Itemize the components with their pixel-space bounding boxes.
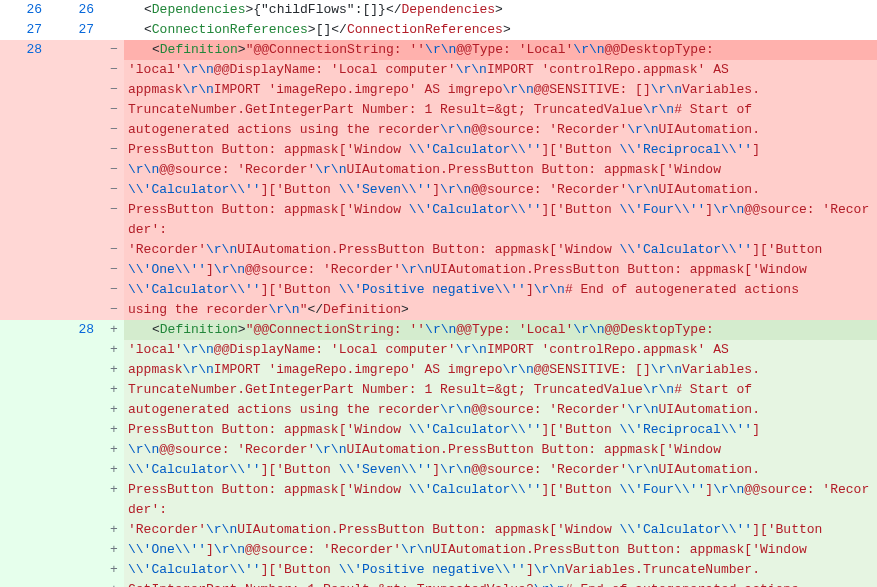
diff-line[interactable]: 26 26 <Dependencies>{"childFlows":[]}</D… — [0, 0, 877, 20]
diff-marker-plus: + — [104, 400, 124, 420]
code-content[interactable]: \r\n@@source: 'Recorder'\r\nUIAutomation… — [124, 440, 877, 460]
diff-line[interactable]: 27 27 <ConnectionReferences>[]</Connecti… — [0, 20, 877, 40]
diff-marker-minus: − — [104, 40, 124, 60]
diff-marker-plus: + — [104, 420, 124, 440]
code-content[interactable]: autogenerated actions using the recorder… — [124, 120, 877, 140]
diff-line-removed[interactable]: − TruncateNumber.GetIntegerPart Number: … — [0, 100, 877, 120]
diff-line-added[interactable]: + PressButton Button: appmask['Window \\… — [0, 420, 877, 440]
diff-line-removed[interactable]: − PressButton Button: appmask['Window \\… — [0, 140, 877, 160]
diff-line-removed[interactable]: − appmask\r\nIMPORT 'imageRepo.imgrepo' … — [0, 80, 877, 100]
diff-marker-plus: + — [104, 340, 124, 360]
diff-marker-plus: + — [104, 560, 124, 580]
diff-marker-minus: − — [104, 80, 124, 100]
code-content[interactable]: PressButton Button: appmask['Window \\'C… — [124, 420, 877, 440]
diff-marker-minus: − — [104, 280, 124, 300]
diff-marker-minus: − — [104, 160, 124, 180]
diff-line-added[interactable]: + appmask\r\nIMPORT 'imageRepo.imgrepo' … — [0, 360, 877, 380]
code-content[interactable]: \\'One\\'']\r\n@@source: 'Recorder'\r\nU… — [124, 260, 877, 280]
diff-marker-plus: + — [104, 540, 124, 560]
diff-line-removed[interactable]: − 'Recorder'\r\nUIAutomation.PressButton… — [0, 240, 877, 260]
diff-line-removed[interactable]: − \\'Calculator\\'']['Button \\'Positive… — [0, 280, 877, 300]
code-content[interactable]: <Dependencies>{"childFlows":[]}</Depende… — [124, 0, 877, 20]
code-content[interactable]: \\'Calculator\\'']['Button \\'Seven\\'']… — [124, 180, 877, 200]
diff-marker-plus: + — [104, 380, 124, 400]
code-content[interactable]: <ConnectionReferences>[]</ConnectionRefe… — [124, 20, 877, 40]
diff-line-added[interactable]: + 'Recorder'\r\nUIAutomation.PressButton… — [0, 520, 877, 540]
diff-marker-plus: + — [104, 360, 124, 380]
code-content[interactable]: 'local'\r\n@@DisplayName: 'Local compute… — [124, 60, 877, 80]
diff-line-removed[interactable]: − 'local'\r\n@@DisplayName: 'Local compu… — [0, 60, 877, 80]
code-content[interactable]: TruncateNumber.GetIntegerPart Number: 1 … — [124, 380, 877, 400]
diff-line-added[interactable]: + 'local'\r\n@@DisplayName: 'Local compu… — [0, 340, 877, 360]
diff-marker-minus: − — [104, 300, 124, 320]
line-number-old — [0, 320, 52, 340]
code-content[interactable]: 'Recorder'\r\nUIAutomation.PressButton B… — [124, 240, 877, 260]
diff-marker-plus: + — [104, 460, 124, 480]
diff-marker-plus: + — [104, 440, 124, 460]
code-content[interactable]: <Definition>"@@ConnectionString: ''\r\n@… — [124, 40, 877, 60]
code-content[interactable]: TruncateNumber.GetIntegerPart Number: 1 … — [124, 100, 877, 120]
code-content[interactable]: appmask\r\nIMPORT 'imageRepo.imgrepo' AS… — [124, 360, 877, 380]
diff-marker-minus: − — [104, 140, 124, 160]
code-content[interactable]: using the recorder\r\n"</Definition> — [124, 300, 877, 320]
diff-line-added[interactable]: 28 + <Definition>"@@ConnectionString: ''… — [0, 320, 877, 340]
code-content[interactable]: 'local'\r\n@@DisplayName: 'Local compute… — [124, 340, 877, 360]
diff-line-removed[interactable]: − \r\n@@source: 'Recorder'\r\nUIAutomati… — [0, 160, 877, 180]
diff-marker-minus: − — [104, 200, 124, 240]
line-number-new — [52, 40, 104, 60]
diff-marker-plus: + — [104, 580, 124, 587]
diff-marker-plus: + — [104, 480, 124, 520]
code-content[interactable]: PressButton Button: appmask['Window \\'C… — [124, 480, 877, 520]
code-content[interactable]: PressButton Button: appmask['Window \\'C… — [124, 140, 877, 160]
diff-marker-minus: − — [104, 60, 124, 80]
code-content[interactable]: \r\n@@source: 'Recorder'\r\nUIAutomation… — [124, 160, 877, 180]
line-number-new: 27 — [52, 20, 104, 40]
code-content[interactable]: autogenerated actions using the recorder… — [124, 400, 877, 420]
diff-line-added[interactable]: + \\'One\\'']\r\n@@source: 'Recorder'\r\… — [0, 540, 877, 560]
diff-line-added[interactable]: + PressButton Button: appmask['Window \\… — [0, 480, 877, 520]
line-number-old: 26 — [0, 0, 52, 20]
code-content[interactable]: <Definition>"@@ConnectionString: ''\r\n@… — [124, 320, 877, 340]
code-content[interactable]: \\'Calculator\\'']['Button \\'Positive n… — [124, 560, 877, 580]
diff-marker-minus: − — [104, 120, 124, 140]
diff-line-removed[interactable]: − \\'Calculator\\'']['Button \\'Seven\\'… — [0, 180, 877, 200]
diff-marker-minus: − — [104, 240, 124, 260]
diff-marker-minus: − — [104, 100, 124, 120]
diff-line-added[interactable]: + autogenerated actions using the record… — [0, 400, 877, 420]
line-number-old: 28 — [0, 40, 52, 60]
diff-marker — [104, 0, 124, 20]
diff-line-removed[interactable]: 28 − <Definition>"@@ConnectionString: ''… — [0, 40, 877, 60]
code-content[interactable]: 'Recorder'\r\nUIAutomation.PressButton B… — [124, 520, 877, 540]
diff-marker-minus: − — [104, 260, 124, 280]
code-content[interactable]: appmask\r\nIMPORT 'imageRepo.imgrepo' AS… — [124, 80, 877, 100]
diff-line-added[interactable]: + \\'Calculator\\'']['Button \\'Seven\\'… — [0, 460, 877, 480]
diff-view: 26 26 <Dependencies>{"childFlows":[]}</D… — [0, 0, 877, 587]
diff-marker-plus: + — [104, 320, 124, 340]
code-content[interactable]: GetIntegerPart Number: 1 Result=&gt; Tru… — [124, 580, 877, 587]
diff-line-removed[interactable]: − using the recorder\r\n"</Definition> — [0, 300, 877, 320]
diff-line-removed[interactable]: − PressButton Button: appmask['Window \\… — [0, 200, 877, 240]
diff-line-removed[interactable]: − autogenerated actions using the record… — [0, 120, 877, 140]
code-content[interactable]: \\'Calculator\\'']['Button \\'Seven\\'']… — [124, 460, 877, 480]
diff-line-added[interactable]: + GetIntegerPart Number: 1 Result=&gt; T… — [0, 580, 877, 587]
line-number-new: 28 — [52, 320, 104, 340]
code-content[interactable]: \\'One\\'']\r\n@@source: 'Recorder'\r\nU… — [124, 540, 877, 560]
diff-marker-plus: + — [104, 520, 124, 540]
line-number-old: 27 — [0, 20, 52, 40]
line-number-new: 26 — [52, 0, 104, 20]
diff-line-added[interactable]: + \\'Calculator\\'']['Button \\'Positive… — [0, 560, 877, 580]
code-content[interactable]: \\'Calculator\\'']['Button \\'Positive n… — [124, 280, 877, 300]
diff-line-added[interactable]: + \r\n@@source: 'Recorder'\r\nUIAutomati… — [0, 440, 877, 460]
diff-line-removed[interactable]: − \\'One\\'']\r\n@@source: 'Recorder'\r\… — [0, 260, 877, 280]
code-content[interactable]: PressButton Button: appmask['Window \\'C… — [124, 200, 877, 240]
diff-marker — [104, 20, 124, 40]
diff-line-added[interactable]: + TruncateNumber.GetIntegerPart Number: … — [0, 380, 877, 400]
diff-marker-minus: − — [104, 180, 124, 200]
